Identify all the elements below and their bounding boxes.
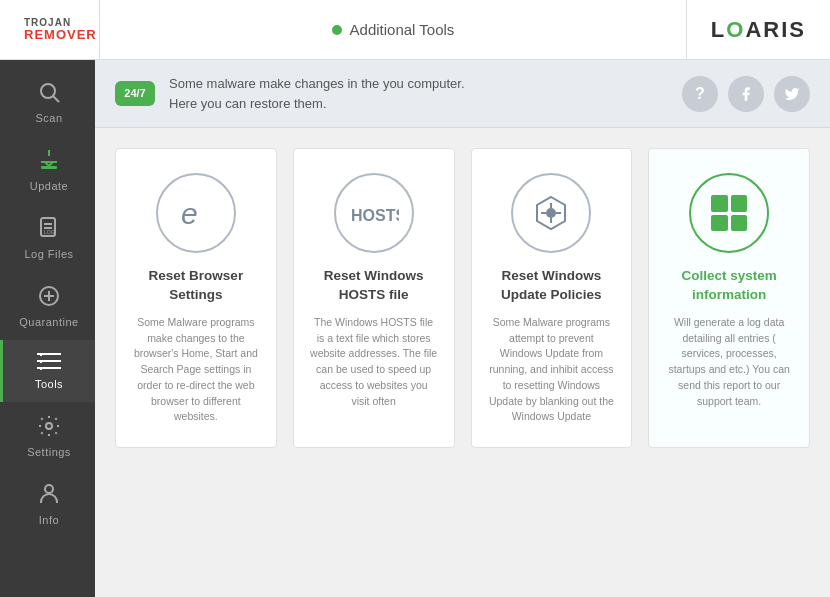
banner-icons: ?: [682, 76, 810, 112]
windows-logo: [711, 195, 747, 231]
info-label: Info: [39, 514, 59, 526]
tool-card-reset-update[interactable]: Reset Windows Update Policies Some Malwa…: [471, 148, 633, 448]
scan-label: Scan: [35, 112, 62, 124]
banner-line2: Here you can restore them.: [169, 94, 668, 114]
status-dot: [332, 25, 342, 35]
banner: 24/7 Some malware make changes in the yo…: [95, 60, 830, 128]
sidebar-item-tools[interactable]: Tools: [0, 340, 95, 402]
tools-grid: e Reset Browser Settings Some Malware pr…: [95, 128, 830, 597]
reset-update-desc: Some Malware programs attempt to prevent…: [488, 315, 616, 425]
tools-icon: [37, 352, 61, 374]
additional-tools-label: Additional Tools: [350, 21, 455, 38]
collect-system-icon: [689, 173, 769, 253]
logo-text: TROJAN REMOVER: [24, 18, 97, 41]
sidebar-item-settings[interactable]: Settings: [0, 402, 95, 470]
svg-line-4: [54, 97, 60, 103]
main-layout: Scan Update LOG Log Files: [0, 60, 830, 597]
sidebar: Scan Update LOG Log Files: [0, 60, 95, 597]
reset-browser-desc: Some Malware programs make changes to th…: [132, 315, 260, 425]
quarantine-label: Quarantine: [19, 316, 78, 328]
svg-point-3: [41, 84, 55, 98]
settings-icon: [37, 414, 61, 442]
update-label: Update: [30, 180, 68, 192]
tool-card-collect-system[interactable]: Collect system information Will generate…: [648, 148, 810, 448]
collect-system-desc: Will generate a log data detailing all e…: [665, 315, 793, 410]
svg-text:HOSTS: HOSTS: [351, 207, 399, 224]
scan-icon: [37, 80, 61, 108]
update-icon: [37, 148, 61, 176]
collect-system-title: Collect system information: [665, 267, 793, 305]
facebook-button[interactable]: [728, 76, 764, 112]
svg-point-19: [46, 423, 52, 429]
brand-name: LOARIS: [711, 17, 806, 43]
tools-label: Tools: [35, 378, 63, 390]
svg-text:e: e: [181, 197, 198, 230]
header-brand: LOARIS: [686, 0, 830, 59]
tool-card-reset-hosts[interactable]: HOSTS Reset Windows HOSTS file The Windo…: [293, 148, 455, 448]
sidebar-item-update[interactable]: Update: [0, 136, 95, 204]
sidebar-item-scan[interactable]: Scan: [0, 68, 95, 136]
sidebar-item-info[interactable]: Info: [0, 470, 95, 538]
sidebar-item-quarantine[interactable]: Quarantine: [0, 272, 95, 340]
settings-label: Settings: [27, 446, 71, 458]
banner-text: Some malware make changes in the you com…: [169, 74, 668, 113]
help-button[interactable]: ?: [682, 76, 718, 112]
reset-update-icon: [511, 173, 591, 253]
log-files-icon: LOG: [37, 216, 61, 244]
header-middle: Additional Tools: [100, 21, 686, 38]
header: T R TROJAN REMOVER Additional Tools LOAR…: [0, 0, 830, 60]
tool-card-reset-browser[interactable]: e Reset Browser Settings Some Malware pr…: [115, 148, 277, 448]
banner-badge: 24/7: [115, 81, 155, 106]
reset-hosts-desc: The Windows HOSTS file is a text file wh…: [310, 315, 438, 410]
reset-browser-icon: e: [156, 173, 236, 253]
banner-line1: Some malware make changes in the you com…: [169, 74, 668, 94]
logo-area: T R TROJAN REMOVER: [0, 0, 100, 59]
twitter-button[interactable]: [774, 76, 810, 112]
sidebar-item-log-files[interactable]: LOG Log Files: [0, 204, 95, 272]
reset-hosts-title: Reset Windows HOSTS file: [310, 267, 438, 305]
logo-remover: REMOVER: [24, 28, 97, 41]
svg-point-23: [546, 208, 556, 218]
reset-browser-title: Reset Browser Settings: [132, 267, 260, 305]
svg-point-20: [45, 485, 53, 493]
svg-rect-5: [41, 166, 57, 169]
info-icon: [37, 482, 61, 510]
reset-hosts-icon: HOSTS: [334, 173, 414, 253]
quarantine-icon: [37, 284, 61, 312]
content-area: 24/7 Some malware make changes in the yo…: [95, 60, 830, 597]
log-files-label: Log Files: [24, 248, 73, 260]
reset-update-title: Reset Windows Update Policies: [488, 267, 616, 305]
svg-text:LOG: LOG: [44, 229, 55, 235]
